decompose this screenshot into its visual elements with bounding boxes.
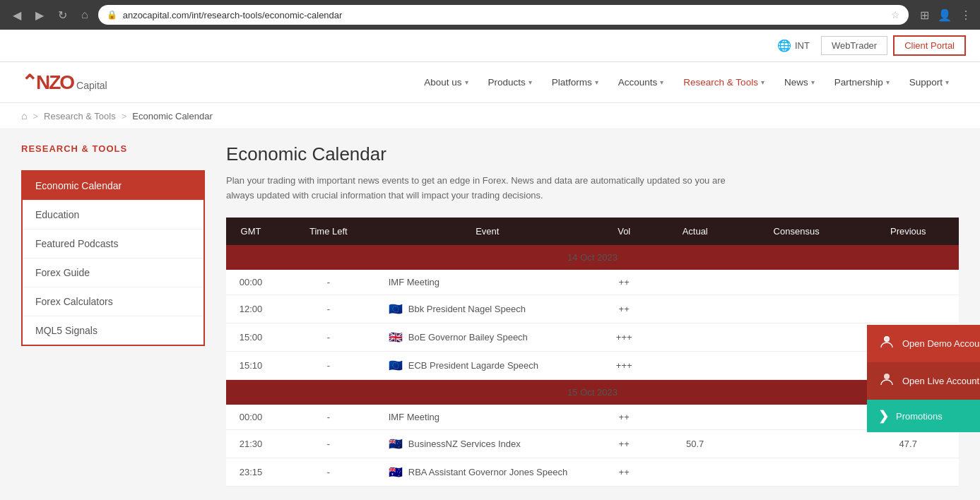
logo[interactable]: ⌃NZO Capital — [21, 71, 107, 94]
event-name: RBA Assistant Governor Jones Speech — [408, 467, 567, 477]
col-vol: Vol — [594, 218, 655, 245]
sidebar-item-education[interactable]: Education — [23, 201, 203, 230]
back-button[interactable]: ◀ — [8, 6, 25, 25]
flag-icon: 🇦🇺 — [389, 465, 403, 479]
forward-button[interactable]: ▶ — [31, 6, 48, 25]
promotions-icon: ❯ — [878, 408, 889, 424]
previous-cell — [858, 270, 959, 295]
gmt-cell: 21:30 — [226, 429, 276, 458]
table-row: 00:00-IMF Meeting++ — [226, 270, 959, 295]
sidebar-item-forex-guide[interactable]: Forex Guide — [23, 258, 203, 287]
time-left-cell: - — [276, 458, 382, 486]
col-previous: Previous — [858, 218, 959, 245]
open-demo-account-button[interactable]: Open Demo Account — [867, 325, 980, 362]
event-cell: IMF Meeting — [382, 405, 594, 430]
home-button[interactable]: ⌂ — [77, 6, 93, 24]
nav-platforms[interactable]: Platforms ▾ — [542, 62, 608, 103]
sidebar-menu: Economic Calendar Education Featured Pod… — [21, 170, 205, 346]
table-row: 15:00-🇬🇧BoE Governor Bailey Speech+++ — [226, 323, 959, 351]
nav-arrow: ▾ — [465, 78, 468, 86]
previous-cell — [858, 294, 959, 323]
menu-icon[interactable]: ⋮ — [960, 8, 972, 22]
live-account-icon — [878, 371, 895, 391]
breadcrumb-current: Economic Calendar — [132, 111, 212, 121]
col-event: Event — [382, 218, 594, 245]
gmt-cell: 15:10 — [226, 351, 276, 379]
date-section-row: 15 Oct 2023 — [226, 379, 959, 405]
sidebar-title: RESEARCH & TOOLS — [21, 143, 205, 160]
main-content: Economic Calendar Plan your trading with… — [226, 143, 959, 487]
nav-accounts[interactable]: Accounts ▾ — [608, 62, 674, 103]
event-cell: 🇪🇺Bbk President Nagel Speech — [382, 294, 594, 323]
nav-arrow: ▾ — [811, 78, 815, 86]
nav-support[interactable]: Support ▾ — [899, 62, 959, 103]
event-name: Bbk President Nagel Speech — [408, 304, 526, 314]
vol-cell: ++ — [594, 458, 655, 486]
nav-partnership[interactable]: Partnership ▾ — [825, 62, 899, 103]
table-header-row: GMT Time Left Event Vol Actual Consensus… — [226, 218, 959, 245]
url-text: anzocapital.com/int/research-tools/econo… — [123, 10, 885, 20]
live-account-label: Open Live Account — [902, 376, 979, 386]
nav-about[interactable]: About us ▾ — [414, 62, 478, 103]
top-header: 🌐 INT WebTrader Client Portal — [0, 30, 980, 62]
gmt-cell: 00:00 — [226, 270, 276, 295]
breadcrumb-home-icon[interactable]: ⌂ — [21, 110, 27, 121]
reload-button[interactable]: ↻ — [54, 6, 71, 25]
event-name: ECB President Lagarde Speech — [408, 360, 538, 371]
sidebar-item-featured-podcasts[interactable]: Featured Podcasts — [23, 230, 203, 258]
profile-icon[interactable]: 👤 — [938, 8, 952, 22]
demo-account-label: Open Demo Account — [902, 338, 980, 349]
gmt-cell: 12:00 — [226, 294, 276, 323]
globe-icon: 🌐 — [777, 39, 791, 52]
economic-calendar-table: GMT Time Left Event Vol Actual Consensus… — [226, 218, 959, 487]
event-name: IMF Meeting — [389, 277, 439, 287]
breadcrumb-research[interactable]: Research & Tools — [44, 111, 116, 121]
time-left-cell: - — [276, 270, 382, 295]
event-cell: 🇦🇺RBA Assistant Governor Jones Speech — [382, 458, 594, 486]
address-bar[interactable]: 🔒 anzocapital.com/int/research-tools/eco… — [98, 5, 909, 25]
flag-icon: 🇪🇺 — [389, 359, 403, 372]
sidebar-item-economic-calendar[interactable]: Economic Calendar — [23, 172, 203, 201]
gmt-cell: 23:15 — [226, 458, 276, 486]
nav-arrow: ▾ — [761, 78, 764, 86]
sidebar-item-forex-calculators[interactable]: Forex Calculators — [23, 287, 203, 316]
sidebar-item-mql5-signals[interactable]: MQL5 Signals — [23, 316, 203, 345]
gmt-cell: 00:00 — [226, 405, 276, 430]
actual-cell: 50.7 — [655, 429, 736, 458]
actual-cell — [655, 458, 736, 486]
consensus-cell — [736, 351, 858, 379]
nav-research[interactable]: Research & Tools ▾ — [673, 62, 774, 103]
flag-icon: 🇬🇧 — [389, 331, 403, 344]
nav-links: About us ▾ Products ▾ Platforms ▾ Accoun… — [136, 62, 959, 103]
event-cell: 🇳🇿BusinessNZ Services Index — [382, 429, 594, 458]
time-left-cell: - — [276, 323, 382, 351]
lock-icon: 🔒 — [107, 10, 117, 20]
table-row: 21:30-🇳🇿BusinessNZ Services Index++50.74… — [226, 429, 959, 458]
event-cell: 🇬🇧BoE Governor Bailey Speech — [382, 323, 594, 351]
logo-mark: ⌃NZO — [21, 71, 73, 94]
previous-cell: 47.7 — [858, 429, 959, 458]
vol-cell: ++ — [594, 405, 655, 430]
extensions-icon[interactable]: ⊞ — [920, 8, 929, 22]
bookmark-icon[interactable]: ☆ — [891, 9, 900, 20]
open-live-account-button[interactable]: Open Live Account — [867, 362, 980, 400]
nav-products[interactable]: Products ▾ — [478, 62, 542, 103]
gmt-cell: 15:00 — [226, 323, 276, 351]
nav-news[interactable]: News ▾ — [774, 62, 825, 103]
svg-point-2 — [884, 374, 890, 379]
int-label: INT — [795, 40, 810, 51]
consensus-cell — [736, 294, 858, 323]
content-area: RESEARCH & TOOLS Economic Calendar Educa… — [0, 129, 980, 500]
vol-cell: ++ — [594, 429, 655, 458]
webtrader-button[interactable]: WebTrader — [821, 36, 887, 55]
nav-arrow: ▾ — [886, 78, 890, 86]
consensus-cell — [736, 458, 858, 486]
client-portal-button[interactable]: Client Portal — [893, 35, 966, 56]
promotions-button[interactable]: ❯ Promotions — [867, 400, 980, 432]
breadcrumb-sep1: > — [33, 111, 38, 121]
vol-cell: ++ — [594, 294, 655, 323]
nav-arrow: ▾ — [945, 78, 949, 86]
consensus-cell — [736, 429, 858, 458]
nav-arrow: ▾ — [660, 78, 663, 86]
col-gmt: GMT — [226, 218, 276, 245]
